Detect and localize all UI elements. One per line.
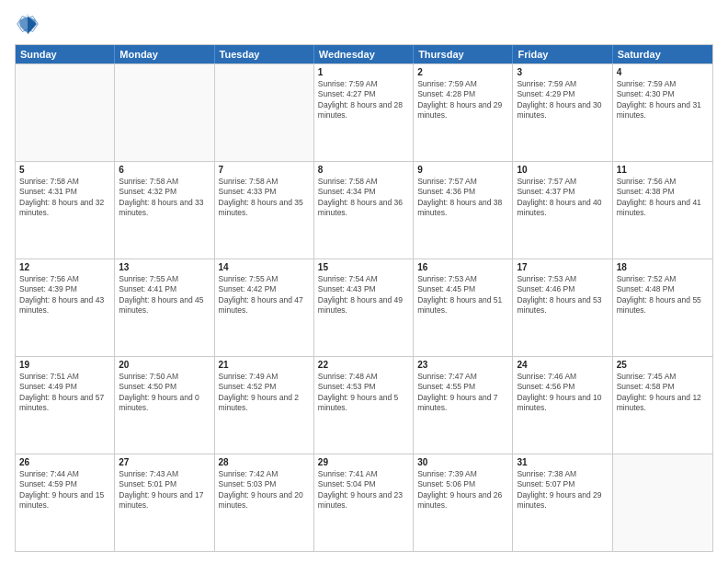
calendar-cell: 12Sunrise: 7:56 AMSunset: 4:39 PMDayligh… bbox=[16, 259, 115, 356]
calendar-cell: 8Sunrise: 7:58 AMSunset: 4:34 PMDaylight… bbox=[314, 162, 414, 259]
calendar-row: 26Sunrise: 7:44 AMSunset: 4:59 PMDayligh… bbox=[16, 454, 712, 551]
calendar-cell: 15Sunrise: 7:54 AMSunset: 4:43 PMDayligh… bbox=[314, 259, 414, 356]
calendar-cell: 22Sunrise: 7:48 AMSunset: 4:53 PMDayligh… bbox=[314, 357, 414, 454]
cell-info: Sunrise: 7:44 AMSunset: 4:59 PMDaylight:… bbox=[19, 469, 110, 511]
calendar-cell bbox=[215, 64, 314, 161]
calendar-cell bbox=[115, 64, 214, 161]
calendar-cell bbox=[613, 454, 712, 551]
calendar-cell: 10Sunrise: 7:57 AMSunset: 4:37 PMDayligh… bbox=[513, 162, 612, 259]
calendar-cell: 3Sunrise: 7:59 AMSunset: 4:29 PMDaylight… bbox=[513, 64, 612, 161]
cell-day-number: 12 bbox=[19, 262, 110, 272]
cell-day-number: 24 bbox=[517, 360, 608, 370]
cal-header-day: Friday bbox=[513, 45, 612, 63]
calendar-cell: 28Sunrise: 7:42 AMSunset: 5:03 PMDayligh… bbox=[215, 454, 314, 551]
cell-day-number: 13 bbox=[119, 262, 210, 272]
calendar: SundayMondayTuesdayWednesdayThursdayFrid… bbox=[15, 44, 713, 552]
calendar-cell: 16Sunrise: 7:53 AMSunset: 4:45 PMDayligh… bbox=[414, 259, 513, 356]
cell-info: Sunrise: 7:47 AMSunset: 4:55 PMDaylight:… bbox=[417, 372, 508, 414]
cell-info: Sunrise: 7:53 AMSunset: 4:45 PMDaylight:… bbox=[417, 274, 508, 316]
calendar-cell: 21Sunrise: 7:49 AMSunset: 4:52 PMDayligh… bbox=[215, 357, 314, 454]
cell-info: Sunrise: 7:57 AMSunset: 4:37 PMDaylight:… bbox=[517, 177, 608, 219]
calendar-body: 1Sunrise: 7:59 AMSunset: 4:27 PMDaylight… bbox=[16, 63, 712, 551]
calendar-cell: 23Sunrise: 7:47 AMSunset: 4:55 PMDayligh… bbox=[414, 357, 513, 454]
calendar-cell: 18Sunrise: 7:52 AMSunset: 4:48 PMDayligh… bbox=[613, 259, 712, 356]
cell-day-number: 21 bbox=[219, 360, 310, 370]
cell-info: Sunrise: 7:51 AMSunset: 4:49 PMDaylight:… bbox=[19, 372, 110, 414]
calendar-cell: 24Sunrise: 7:46 AMSunset: 4:56 PMDayligh… bbox=[513, 357, 612, 454]
calendar-cell: 11Sunrise: 7:56 AMSunset: 4:38 PMDayligh… bbox=[613, 162, 712, 259]
cell-day-number: 27 bbox=[119, 457, 210, 467]
cell-info: Sunrise: 7:46 AMSunset: 4:56 PMDaylight:… bbox=[517, 372, 608, 414]
header bbox=[15, 11, 713, 37]
cell-info: Sunrise: 7:48 AMSunset: 4:53 PMDaylight:… bbox=[318, 372, 409, 414]
calendar-cell: 20Sunrise: 7:50 AMSunset: 4:50 PMDayligh… bbox=[115, 357, 214, 454]
calendar-cell: 1Sunrise: 7:59 AMSunset: 4:27 PMDaylight… bbox=[314, 64, 414, 161]
cell-info: Sunrise: 7:39 AMSunset: 5:06 PMDaylight:… bbox=[417, 469, 508, 511]
cal-header-day: Monday bbox=[115, 45, 214, 63]
calendar-row: 19Sunrise: 7:51 AMSunset: 4:49 PMDayligh… bbox=[16, 356, 712, 454]
cell-day-number: 7 bbox=[219, 165, 310, 175]
cal-header-day: Tuesday bbox=[215, 45, 314, 63]
cell-info: Sunrise: 7:38 AMSunset: 5:07 PMDaylight:… bbox=[517, 469, 608, 511]
cell-info: Sunrise: 7:52 AMSunset: 4:48 PMDaylight:… bbox=[617, 274, 709, 316]
cell-info: Sunrise: 7:41 AMSunset: 5:04 PMDaylight:… bbox=[318, 469, 409, 511]
cell-info: Sunrise: 7:59 AMSunset: 4:30 PMDaylight:… bbox=[617, 79, 709, 121]
cell-info: Sunrise: 7:56 AMSunset: 4:38 PMDaylight:… bbox=[617, 177, 709, 219]
cell-info: Sunrise: 7:49 AMSunset: 4:52 PMDaylight:… bbox=[219, 372, 310, 414]
calendar-cell: 5Sunrise: 7:58 AMSunset: 4:31 PMDaylight… bbox=[16, 162, 115, 259]
cell-day-number: 31 bbox=[517, 457, 608, 467]
cell-day-number: 19 bbox=[19, 360, 110, 370]
calendar-cell: 17Sunrise: 7:53 AMSunset: 4:46 PMDayligh… bbox=[513, 259, 612, 356]
cell-day-number: 4 bbox=[617, 67, 709, 77]
cell-day-number: 30 bbox=[417, 457, 508, 467]
cell-info: Sunrise: 7:59 AMSunset: 4:29 PMDaylight:… bbox=[517, 79, 608, 121]
calendar-row: 1Sunrise: 7:59 AMSunset: 4:27 PMDaylight… bbox=[16, 63, 712, 161]
calendar-cell: 26Sunrise: 7:44 AMSunset: 4:59 PMDayligh… bbox=[16, 454, 115, 551]
calendar-cell: 27Sunrise: 7:43 AMSunset: 5:01 PMDayligh… bbox=[115, 454, 214, 551]
calendar-cell: 25Sunrise: 7:45 AMSunset: 4:58 PMDayligh… bbox=[613, 357, 712, 454]
cell-info: Sunrise: 7:42 AMSunset: 5:03 PMDaylight:… bbox=[219, 469, 310, 511]
logo bbox=[15, 11, 44, 37]
cal-header-day: Thursday bbox=[414, 45, 513, 63]
cell-day-number: 29 bbox=[318, 457, 409, 467]
calendar-cell: 30Sunrise: 7:39 AMSunset: 5:06 PMDayligh… bbox=[414, 454, 513, 551]
calendar-cell: 14Sunrise: 7:55 AMSunset: 4:42 PMDayligh… bbox=[215, 259, 314, 356]
cell-day-number: 20 bbox=[119, 360, 210, 370]
logo-icon bbox=[15, 11, 40, 37]
cell-day-number: 22 bbox=[318, 360, 409, 370]
cell-day-number: 2 bbox=[417, 67, 508, 77]
cell-info: Sunrise: 7:45 AMSunset: 4:58 PMDaylight:… bbox=[617, 372, 709, 414]
cell-day-number: 25 bbox=[617, 360, 709, 370]
calendar-cell: 7Sunrise: 7:58 AMSunset: 4:33 PMDaylight… bbox=[215, 162, 314, 259]
cell-info: Sunrise: 7:54 AMSunset: 4:43 PMDaylight:… bbox=[318, 274, 409, 316]
page: SundayMondayTuesdayWednesdayThursdayFrid… bbox=[0, 0, 728, 563]
calendar-row: 12Sunrise: 7:56 AMSunset: 4:39 PMDayligh… bbox=[16, 259, 712, 356]
cell-day-number: 14 bbox=[219, 262, 310, 272]
cal-header-day: Saturday bbox=[613, 45, 712, 63]
cell-day-number: 23 bbox=[417, 360, 508, 370]
cell-info: Sunrise: 7:58 AMSunset: 4:34 PMDaylight:… bbox=[318, 177, 409, 219]
calendar-cell: 9Sunrise: 7:57 AMSunset: 4:36 PMDaylight… bbox=[414, 162, 513, 259]
cell-info: Sunrise: 7:57 AMSunset: 4:36 PMDaylight:… bbox=[417, 177, 508, 219]
calendar-cell: 31Sunrise: 7:38 AMSunset: 5:07 PMDayligh… bbox=[513, 454, 612, 551]
cell-day-number: 9 bbox=[417, 165, 508, 175]
cell-info: Sunrise: 7:55 AMSunset: 4:42 PMDaylight:… bbox=[219, 274, 310, 316]
calendar-header: SundayMondayTuesdayWednesdayThursdayFrid… bbox=[16, 45, 712, 63]
cell-info: Sunrise: 7:59 AMSunset: 4:28 PMDaylight:… bbox=[417, 79, 508, 121]
cell-info: Sunrise: 7:58 AMSunset: 4:32 PMDaylight:… bbox=[119, 177, 210, 219]
calendar-cell bbox=[16, 64, 115, 161]
calendar-cell: 4Sunrise: 7:59 AMSunset: 4:30 PMDaylight… bbox=[613, 64, 712, 161]
cell-info: Sunrise: 7:50 AMSunset: 4:50 PMDaylight:… bbox=[119, 372, 210, 414]
cell-day-number: 28 bbox=[219, 457, 310, 467]
cell-info: Sunrise: 7:58 AMSunset: 4:33 PMDaylight:… bbox=[219, 177, 310, 219]
cell-day-number: 11 bbox=[617, 165, 709, 175]
calendar-cell: 29Sunrise: 7:41 AMSunset: 5:04 PMDayligh… bbox=[314, 454, 414, 551]
cell-info: Sunrise: 7:55 AMSunset: 4:41 PMDaylight:… bbox=[119, 274, 210, 316]
cell-info: Sunrise: 7:53 AMSunset: 4:46 PMDaylight:… bbox=[517, 274, 608, 316]
cell-day-number: 26 bbox=[19, 457, 110, 467]
cal-header-day: Sunday bbox=[16, 45, 115, 63]
cell-day-number: 10 bbox=[517, 165, 608, 175]
calendar-cell: 6Sunrise: 7:58 AMSunset: 4:32 PMDaylight… bbox=[115, 162, 214, 259]
cell-info: Sunrise: 7:56 AMSunset: 4:39 PMDaylight:… bbox=[19, 274, 110, 316]
cell-day-number: 8 bbox=[318, 165, 409, 175]
